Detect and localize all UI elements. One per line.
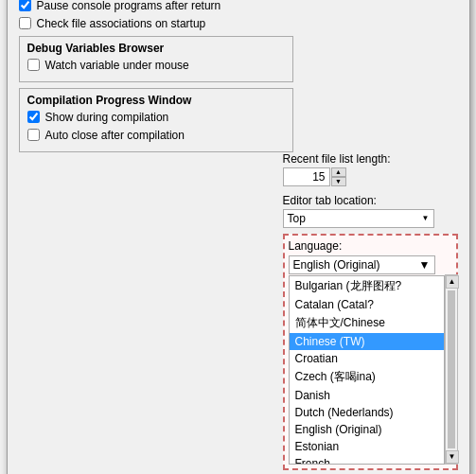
main-content: Default to C++ on new project Create bac… (8, 0, 469, 474)
recent-file-spinner-row: ▲ ▼ (283, 167, 458, 186)
editor-tab-dropdown-row: Top ▼ (283, 209, 458, 228)
list-item-7[interactable]: Dutch (Nederlands) (290, 404, 444, 421)
language-dropdown-list[interactable]: Bulgarian (龙胖图程? Catalan (Catal? 简体中文/Ch… (289, 275, 445, 465)
list-item-2[interactable]: 简体中文/Chinese (290, 313, 444, 333)
checkbox-auto-close[interactable] (27, 129, 40, 141)
label-auto-close: Auto close after compilation (45, 129, 185, 142)
list-item-6[interactable]: Danish (290, 387, 444, 404)
checkbox-show-row: Show during compilation (27, 111, 285, 124)
spinner-up-btn[interactable]: ▲ (331, 167, 346, 177)
language-arrow-icon: ▼ (419, 258, 431, 272)
language-section: Language: English (Original) ▼ Bulgarian… (283, 234, 458, 470)
language-selected: English (Original) (293, 258, 380, 272)
language-list-items: Bulgarian (龙胖图程? Catalan (Catal? 简体中文/Ch… (289, 274, 445, 465)
debug-group: Debug Variables Browser Watch variable u… (19, 36, 293, 82)
compilation-group: Compilation Progress Window Show during … (19, 88, 293, 152)
label-watch-variable: Watch variable under mouse (45, 59, 189, 72)
list-item-8[interactable]: English (Original) (290, 421, 444, 438)
editor-tab-arrow-icon: ▼ (422, 214, 430, 222)
editor-tab-dropdown[interactable]: Top ▼ (283, 209, 434, 228)
scroll-down-btn[interactable]: ▼ (446, 450, 459, 464)
language-dropdown[interactable]: English (Original) ▼ (289, 255, 435, 274)
checkbox-row-5: Pause console programs after return (19, 0, 293, 12)
compilation-title: Compilation Progress Window (27, 94, 285, 107)
list-item-1[interactable]: Catalan (Catal? (290, 296, 444, 313)
editor-tab-value: Top (288, 212, 306, 225)
left-panel: Default to C++ on new project Create bac… (19, 0, 293, 152)
list-item-10[interactable]: French (290, 455, 444, 465)
checkbox-pause-console[interactable] (19, 0, 31, 11)
checkbox-watch-row: Watch variable under mouse (27, 59, 285, 72)
checkbox-row-6: Check file associations on startup (19, 17, 293, 30)
language-label: Language: (289, 239, 452, 253)
list-item-4[interactable]: Croatian (290, 350, 444, 367)
list-item-3[interactable]: Chinese (TW) (290, 333, 444, 350)
checkbox-autoclose-row: Auto close after compilation (27, 129, 285, 142)
checkbox-watch-variable[interactable] (27, 59, 40, 71)
list-item-9[interactable]: Estonian (290, 438, 444, 455)
label-pause-console: Pause console programs after return (37, 0, 221, 12)
language-dropdown-list-container: Bulgarian (龙胖图程? Catalan (Catal? 简体中文/Ch… (289, 274, 452, 465)
list-item-0[interactable]: Bulgarian (龙胖图程? (290, 276, 444, 296)
scroll-up-btn[interactable]: ▲ (446, 275, 459, 289)
spinner-down-btn[interactable]: ▼ (331, 177, 346, 186)
recent-file-label: Recent file list length: (283, 152, 458, 166)
list-item-5[interactable]: Czech (客喝ina) (290, 367, 444, 387)
checkbox-file-associations[interactable] (19, 17, 31, 29)
debug-title: Debug Variables Browser (27, 42, 285, 55)
checkbox-show-compilation[interactable] (27, 111, 40, 123)
recent-file-spinner-btns: ▲ ▼ (331, 167, 346, 186)
right-panel: Recent file list length: ▲ ▼ Editor tab … (283, 152, 458, 475)
label-file-associations: Check file associations on startup (37, 17, 206, 30)
language-scrollbar[interactable]: ▲ ▼ (445, 274, 458, 465)
scroll-thumb[interactable] (448, 290, 455, 448)
label-show-compilation: Show during compilation (45, 111, 169, 124)
editor-tab-label: Editor tab location: (283, 194, 458, 207)
recent-file-input[interactable] (283, 167, 330, 186)
environment-options-window: Environment Options ✕ General Directorie… (7, 0, 470, 474)
